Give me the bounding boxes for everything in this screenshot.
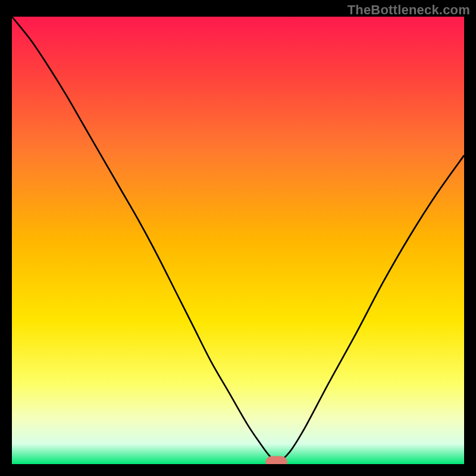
chart-frame: TheBottleneck.com — [0, 0, 476, 476]
minimum-marker — [265, 456, 287, 464]
gradient-background — [12, 17, 464, 464]
plot-area — [12, 17, 464, 464]
chart-svg — [12, 17, 464, 464]
watermark-text: TheBottleneck.com — [347, 2, 470, 18]
